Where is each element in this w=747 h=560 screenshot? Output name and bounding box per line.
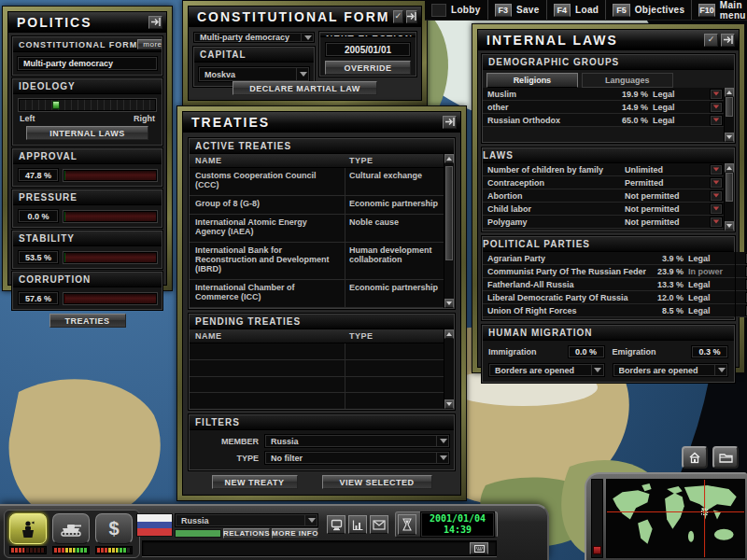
treaty-row[interactable]: Customs Cooperation Council (CCC) Cultur… bbox=[190, 168, 444, 196]
chevron-down-icon[interactable] bbox=[710, 164, 723, 175]
scroll-up-icon[interactable] bbox=[444, 154, 454, 163]
internal-laws-button[interactable]: INTERNAL LAWS bbox=[26, 126, 148, 140]
type-column-header[interactable]: TYPE bbox=[345, 329, 444, 343]
party-row[interactable]: Communist Party Of The Russian Feder 23.… bbox=[483, 265, 747, 278]
treaties-titlebar[interactable]: TREATIES bbox=[183, 112, 460, 133]
mail-button[interactable] bbox=[370, 515, 388, 534]
law-row[interactable]: Polygamy Not permitted bbox=[483, 216, 724, 229]
menu-item-save[interactable]: F3 Save bbox=[487, 0, 546, 20]
military-mode-button[interactable] bbox=[52, 513, 90, 544]
party-row[interactable]: Agrarian Party 3.9 % Legal bbox=[483, 252, 747, 265]
emigration-policy-dropdown[interactable]: Borders are opened bbox=[613, 363, 729, 377]
dock-arrow-icon[interactable] bbox=[148, 16, 162, 29]
name-column-header[interactable]: NAME bbox=[190, 329, 345, 343]
chevron-down-icon[interactable] bbox=[710, 115, 723, 126]
law-row[interactable]: Contraception Permitted bbox=[483, 176, 724, 189]
chevron-down-icon[interactable] bbox=[710, 177, 723, 189]
economy-mode-button[interactable]: $ bbox=[95, 513, 133, 544]
scrollbar[interactable] bbox=[724, 88, 734, 142]
internal-laws-titlebar[interactable]: INTERNAL LAWS ✓ bbox=[478, 30, 739, 50]
government-form-dropdown[interactable]: Multi-party democracy bbox=[193, 32, 315, 43]
ideology-slider[interactable] bbox=[19, 99, 156, 111]
minimap-panel bbox=[585, 472, 747, 560]
politics-titlebar[interactable]: POLITICS bbox=[8, 12, 166, 33]
menu-item-load[interactable]: F4 Load bbox=[546, 0, 606, 20]
religion-row[interactable]: Russian Orthodox 65.0 % Legal bbox=[483, 114, 724, 127]
override-button[interactable]: OVERRIDE bbox=[325, 61, 411, 75]
gauge-bar bbox=[63, 170, 157, 181]
scrollbar[interactable] bbox=[724, 163, 734, 231]
f3-key-box: F3 bbox=[495, 4, 513, 17]
declare-martial-law-button[interactable]: DECLARE MARTIAL LAW bbox=[233, 81, 377, 95]
menu-item-objectives[interactable]: F5 Objectives bbox=[605, 0, 691, 20]
new-treaty-button[interactable]: NEW TREATY bbox=[212, 475, 298, 489]
more-info-button[interactable]: MORE INFO bbox=[272, 528, 318, 539]
dock-arrow-icon[interactable] bbox=[443, 116, 457, 129]
law-row[interactable]: Number of children by family Unlimited bbox=[483, 163, 724, 176]
scroll-down-icon[interactable] bbox=[444, 299, 454, 308]
political-parties-header: POLITICAL PARTIES bbox=[488, 239, 728, 249]
treaties-button[interactable]: TREATIES bbox=[49, 314, 126, 328]
ideology-slider-thumb[interactable] bbox=[52, 101, 60, 109]
party-row[interactable]: Fatherland-All Russia 13.3 % Legal bbox=[483, 278, 747, 291]
capital-dropdown[interactable]: Moskva bbox=[198, 66, 310, 82]
chevron-down-icon[interactable] bbox=[710, 102, 723, 113]
tab-languages[interactable]: Languages bbox=[582, 73, 673, 88]
country-dropdown[interactable]: Russia bbox=[175, 513, 318, 527]
slider-thumb[interactable] bbox=[593, 546, 601, 554]
time-speed-button[interactable] bbox=[398, 514, 416, 535]
treaty-row[interactable]: International Atomic Energy Agency (IAEA… bbox=[190, 215, 444, 243]
scroll-down-icon[interactable] bbox=[725, 133, 734, 142]
apply-icon[interactable]: ✓ bbox=[704, 34, 718, 47]
game-time: 14:39 bbox=[427, 525, 488, 536]
chevron-down-icon[interactable] bbox=[710, 203, 723, 215]
scroll-down-icon[interactable] bbox=[444, 399, 454, 409]
window-title: TREATIES bbox=[191, 115, 440, 130]
type-column-header[interactable]: TYPE bbox=[345, 154, 444, 167]
scroll-down-icon[interactable] bbox=[725, 221, 734, 231]
dock-arrow-icon[interactable] bbox=[721, 34, 735, 47]
minimap-zoom-slider[interactable] bbox=[591, 479, 603, 558]
scroll-up-icon[interactable] bbox=[725, 163, 734, 173]
party-row[interactable]: Liberal Democratic Party Of Russia 12.0 … bbox=[483, 291, 747, 304]
chat-console-button[interactable] bbox=[470, 542, 488, 554]
more-button[interactable]: more bbox=[137, 39, 162, 49]
constitutional-form-titlebar[interactable]: CONSTITUTIONAL FORM ✓ bbox=[189, 7, 421, 27]
scroll-up-icon[interactable] bbox=[444, 329, 454, 339]
relations-button[interactable]: RELATIONS bbox=[223, 528, 270, 539]
treaty-row[interactable]: International Chamber of Commerce (ICC) … bbox=[190, 280, 444, 308]
computer-button[interactable] bbox=[327, 515, 345, 534]
tab-religions[interactable]: Religions bbox=[486, 73, 578, 88]
menu-item-lobby[interactable]: Lobby bbox=[425, 0, 487, 20]
scrollbar[interactable] bbox=[444, 329, 454, 409]
scrollbar[interactable] bbox=[444, 154, 454, 308]
chevron-down-icon[interactable] bbox=[710, 89, 723, 100]
member-filter-dropdown[interactable]: Russia bbox=[264, 434, 450, 448]
type-filter-dropdown[interactable]: No filter bbox=[264, 451, 450, 465]
treaty-row[interactable]: International Bank for Reconstruction an… bbox=[190, 243, 444, 280]
view-selected-button[interactable]: VIEW SELECTED bbox=[322, 475, 432, 489]
map-options-button[interactable] bbox=[712, 446, 739, 469]
dock-arrow-icon[interactable] bbox=[406, 10, 417, 23]
apply-icon[interactable]: ✓ bbox=[393, 10, 403, 23]
law-row[interactable]: Child labor Not permitted bbox=[483, 203, 724, 216]
scroll-up-icon[interactable] bbox=[725, 88, 734, 97]
chevron-down-icon bbox=[436, 452, 449, 464]
immigration-policy-dropdown[interactable]: Borders are opened bbox=[488, 363, 605, 377]
chevron-down-icon[interactable] bbox=[710, 190, 723, 202]
religion-row[interactable]: other 14.9 % Legal bbox=[483, 101, 724, 114]
statistics-button[interactable] bbox=[348, 515, 367, 534]
home-view-button[interactable] bbox=[682, 446, 708, 469]
name-column-header[interactable]: NAME bbox=[190, 154, 345, 167]
active-treaty-list: Customs Cooperation Council (CCC) Cultur… bbox=[190, 168, 444, 308]
world-minimap[interactable] bbox=[606, 479, 745, 558]
mode-button-group: $ bbox=[4, 510, 140, 558]
menu-item-main-menu[interactable]: F10 Main menu bbox=[691, 0, 747, 20]
law-row[interactable]: Abortion Not permitted bbox=[483, 189, 724, 203]
politics-mode-button[interactable] bbox=[9, 513, 47, 544]
religion-row[interactable]: Muslim 19.9 % Legal bbox=[483, 88, 724, 101]
party-row[interactable]: Union Of Right Forces 8.5 % Legal bbox=[483, 304, 747, 317]
treaty-row[interactable]: Group of 8 (G-8) Economic partnership bbox=[190, 196, 444, 215]
chat-input[interactable] bbox=[142, 540, 497, 556]
chevron-down-icon[interactable] bbox=[710, 217, 723, 228]
